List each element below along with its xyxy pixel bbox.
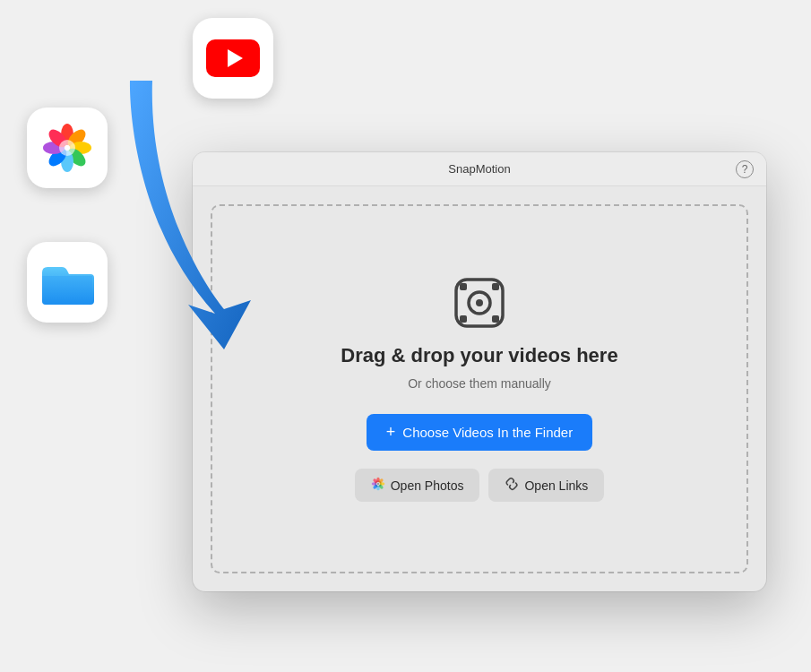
drag-drop-subtitle: Or choose them manually xyxy=(408,376,551,391)
film-icon xyxy=(453,276,506,330)
choose-videos-button[interactable]: + Choose Videos In the Finder xyxy=(367,414,592,451)
drag-arrow xyxy=(76,54,327,349)
open-photos-button[interactable]: Open Photos xyxy=(355,469,480,502)
open-photos-label: Open Photos xyxy=(391,478,464,493)
plus-icon: + xyxy=(386,423,396,442)
svg-rect-15 xyxy=(492,315,499,323)
svg-point-8 xyxy=(59,140,75,156)
open-links-button[interactable]: Open Links xyxy=(488,469,604,502)
svg-rect-12 xyxy=(460,283,467,290)
drag-drop-title: Drag & drop your videos here xyxy=(341,344,617,367)
photos-icon-small xyxy=(371,477,385,494)
choose-videos-label: Choose Videos In the Finder xyxy=(402,425,573,440)
link-icon xyxy=(505,477,519,494)
open-links-label: Open Links xyxy=(524,478,588,493)
svg-point-17 xyxy=(377,483,379,485)
svg-rect-13 xyxy=(492,283,499,290)
help-button[interactable]: ? xyxy=(736,160,754,178)
secondary-buttons-group: Open Photos Open Links xyxy=(355,469,605,502)
window-title: SnapMotion xyxy=(448,162,510,176)
svg-point-11 xyxy=(476,299,483,306)
svg-rect-14 xyxy=(460,315,467,323)
